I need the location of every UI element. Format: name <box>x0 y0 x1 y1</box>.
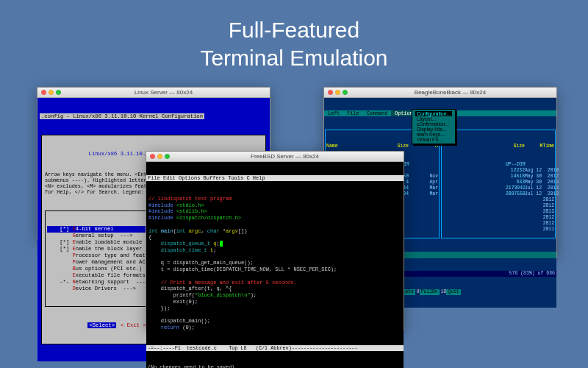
code-line: dispatch_main(); <box>148 318 401 325</box>
mc-menu-item[interactable]: Left <box>324 110 343 116</box>
emacs-modeline: -=--:----F1 testcode.c Top L8 (C/l Abbre… <box>146 345 404 351</box>
popup-menu-item[interactable]: Configuration... <box>415 111 452 116</box>
config-path: .config - Linux/x86 3.11.10.10 Kernel Co… <box>40 113 204 119</box>
mc-menu-item[interactable]: Command <box>363 110 392 116</box>
mc-menu-item[interactable]: File <box>343 110 362 116</box>
traffic-lights[interactable] <box>328 90 348 95</box>
window-title: FreeBSD Server — 80x24 <box>170 153 400 160</box>
file-row[interactable]: 2012 <box>442 203 554 209</box>
terminal-body[interactable]: File Edit Options Buffers Tools C Help /… <box>146 162 404 368</box>
code-line: printf("block_dispatch\n"); <box>148 292 401 299</box>
popup-menu-item[interactable]: cOnfirmation... <box>415 121 452 127</box>
popup-menu-item[interactable]: Virtual FS... <box>415 137 452 142</box>
code-area[interactable]: // libdispatch test program#include <std… <box>146 194 404 333</box>
pane-header: SizeMTime <box>442 144 554 149</box>
fkey-button[interactable]: Quit <box>446 289 460 295</box>
code-line <box>148 222 401 228</box>
close-icon[interactable] <box>41 90 46 95</box>
code-line: #include <dispatch/dispatch.h> <box>148 215 401 222</box>
titlebar[interactable]: Linux Server — 80x24 <box>37 88 270 98</box>
titlebar[interactable]: FreeBSD Server — 80x24 <box>146 152 404 162</box>
code-line <box>148 311 401 318</box>
code-line: dispatch_after(t, q, ^{ <box>148 286 401 292</box>
hero-line1: Full-Featured <box>0 16 588 44</box>
code-line: exit(0); <box>148 299 401 305</box>
file-row[interactable]: 2087558Jul 12 2013 <box>442 191 554 197</box>
minimize-icon[interactable] <box>157 154 162 159</box>
zoom-icon[interactable] <box>56 90 61 95</box>
pane-header: NameSizeM <box>326 144 438 149</box>
file-row[interactable]: 2011 <box>442 227 554 233</box>
window-freebsd-server: FreeBSD Server — 80x24 File Edit Options… <box>146 151 404 330</box>
menuconfig-button[interactable]: <Select> <box>87 322 116 328</box>
zoom-icon[interactable] <box>165 154 170 159</box>
hero-title: Full-Featured Terminal Emulation <box>0 0 588 71</box>
popup-menu-item[interactable]: learn Keys... <box>415 132 452 137</box>
code-line: int main(int argc, char *argv[]) <box>148 228 401 235</box>
file-row[interactable]: 2173942Jul 12 2013 <box>442 185 554 191</box>
mc-right-pane[interactable]: SizeMTime UP--DIR12232Aug 12 201014518Ma… <box>441 130 556 238</box>
close-icon[interactable] <box>328 90 333 95</box>
file-row[interactable]: 2012 <box>442 197 554 203</box>
code-line: #include <stdio.h> <box>148 202 401 209</box>
window-title: Linux Server — 80x24 <box>61 89 266 96</box>
code-line: { <box>148 234 401 241</box>
file-row[interactable]: 14518May 30 2012 <box>442 174 554 180</box>
minimize-icon[interactable] <box>49 90 54 95</box>
code-line <box>148 254 401 261</box>
code-line: dispatch_queue_t q; <box>148 241 401 247</box>
zoom-icon[interactable] <box>343 90 348 95</box>
traffic-lights[interactable] <box>41 90 61 95</box>
popup-menu-item[interactable]: Display bits... <box>415 127 452 132</box>
fkey-button[interactable]: PullDn <box>420 289 440 295</box>
options-menu-popup[interactable]: Configuration...Layout...cOnfirmation...… <box>412 109 456 144</box>
file-row[interactable]: 2012 <box>442 221 554 227</box>
traffic-lights[interactable] <box>150 154 170 159</box>
code-line: // libdispatch test program <box>148 196 401 202</box>
file-row[interactable]: 2012 <box>442 215 554 221</box>
emacs-minibuffer: (No changes need to be saved) <box>146 364 404 368</box>
titlebar[interactable]: BeagleBoneBlack — 80x24 <box>324 88 556 98</box>
window-title: BeagleBoneBlack — 80x24 <box>348 89 553 96</box>
file-row[interactable]: UP--DIR <box>442 162 554 168</box>
code-line: t = dispatch_time(DISPATCH_TIME_NOW, 5LL… <box>148 266 401 273</box>
code-line: }); <box>148 305 401 312</box>
code-line: // Print a message and exit after 5 seco… <box>148 280 401 286</box>
code-line: q = dispatch_get_main_queue(); <box>148 260 401 266</box>
code-line: dispatch_time_t t; <box>148 247 401 254</box>
minimize-icon[interactable] <box>335 90 340 95</box>
file-row[interactable]: 633May 30 2013 <box>442 180 554 185</box>
hero-line2: Terminal Emulation <box>0 44 588 72</box>
popup-menu-item[interactable]: Layout... <box>415 116 452 121</box>
menuconfig-button[interactable]: < Exit > <box>121 322 146 328</box>
file-row[interactable]: 12232Aug 12 2010 <box>442 168 554 174</box>
file-row[interactable]: 2013 <box>442 209 554 215</box>
code-line: return (0); <box>148 325 401 331</box>
code-line: #include <stdlib.h> <box>148 208 401 215</box>
code-line <box>148 273 401 280</box>
close-icon[interactable] <box>150 154 155 159</box>
emacs-menubar[interactable]: File Edit Options Buffers Tools C Help <box>146 175 404 182</box>
